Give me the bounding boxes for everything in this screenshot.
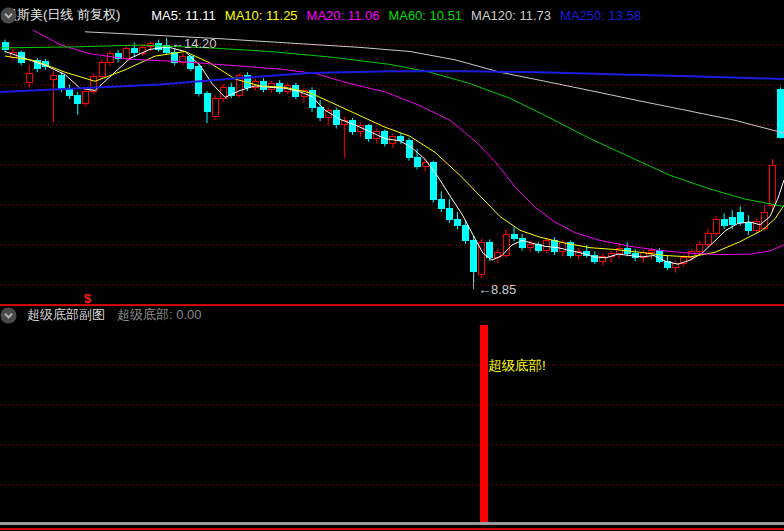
ma20-label: MA20: 11.06 xyxy=(307,8,380,23)
app-window: ←14.20←8.85$ 超级底部! 贝斯美(日线 前复权) MA5: 11.1… xyxy=(0,0,784,531)
svg-text:←8.85: ←8.85 xyxy=(478,282,516,297)
indicator-chevron-down-icon[interactable] xyxy=(4,307,21,324)
stock-title: 贝斯美(日线 前复权) xyxy=(4,6,120,24)
svg-text:超级底部!: 超级底部! xyxy=(488,358,546,373)
indicator-value: 超级底部: 0.00 xyxy=(117,306,202,324)
ma60-label: MA60: 10.51 xyxy=(388,8,462,23)
indicator-chart[interactable]: 超级底部! xyxy=(0,304,784,531)
indicator-header: 超级底部副图 超级底部: 0.00 xyxy=(0,306,784,324)
ma120-label: MA120: 11.73 xyxy=(471,8,551,23)
collapse-chevron-down-icon[interactable] xyxy=(127,7,144,24)
chart-header: 贝斯美(日线 前复权) MA5: 11.11 MA10: 11.25 MA20:… xyxy=(0,0,784,30)
ma250-label: MA250: 13.58 xyxy=(560,8,641,23)
ma10-label: MA10: 11.25 xyxy=(225,8,298,23)
candlestick-chart[interactable]: ←14.20←8.85$ xyxy=(0,0,784,305)
ma5-label: MA5: 11.11 xyxy=(151,8,216,23)
svg-text:$: $ xyxy=(84,291,92,305)
svg-text:←14.20: ←14.20 xyxy=(171,36,217,51)
indicator-title: 超级底部副图 xyxy=(27,306,105,324)
